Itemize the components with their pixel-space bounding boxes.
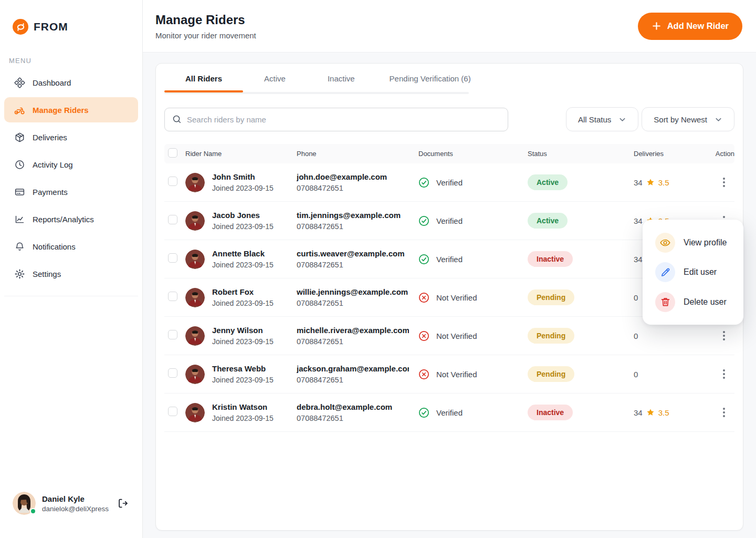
menu-item-edit-user[interactable]: Edit user	[643, 262, 743, 282]
tab-label: Pending Verification (6)	[390, 74, 471, 83]
rider-avatar	[185, 403, 205, 422]
logout-icon[interactable]	[116, 496, 130, 510]
deliveries-count: 0	[634, 332, 638, 340]
add-new-rider-label: Add New Rider	[667, 21, 729, 31]
sidebar-item-label: Activity Log	[33, 160, 73, 169]
rider-joined-date: Joined 2023-09-15	[212, 184, 274, 192]
sidebar-item-reports-analytics[interactable]: Reports/Analytics	[4, 206, 138, 232]
menu-item-label: Edit user	[684, 267, 717, 277]
tab-active[interactable]: Active	[243, 74, 307, 92]
rider-avatar	[185, 326, 205, 346]
column-header-action: Action	[712, 150, 736, 158]
sidebar-item-payments[interactable]: Payments	[4, 179, 138, 204]
row-checkbox[interactable]	[168, 215, 177, 224]
user-email: danielok@deliXpress	[42, 505, 110, 513]
plus-icon	[652, 21, 662, 31]
verified-check-icon	[418, 407, 429, 418]
column-header-phone: Phone	[297, 150, 418, 158]
row-checkbox[interactable]	[168, 177, 177, 186]
status-badge: Inactive	[528, 405, 573, 420]
sidebar-item-label: Payments	[33, 188, 68, 196]
table-header-row: Rider Name Phone Documents Status Delive…	[164, 144, 734, 163]
sidebar-item-deliveries[interactable]: Deliveries	[4, 125, 138, 150]
menu-item-view-profile[interactable]: View profile	[643, 233, 743, 253]
add-new-rider-button[interactable]: Add New Rider	[638, 13, 742, 40]
rider-joined-date: Joined 2023-09-15	[212, 222, 274, 231]
rider-avatar	[185, 288, 205, 307]
brand-name: FROM	[34, 20, 68, 33]
sort-value: Sort by Newest	[654, 115, 707, 124]
sort-dropdown[interactable]: Sort by Newest	[642, 107, 734, 131]
sidebar-divider	[4, 296, 138, 296]
rider-email: debra.holt@example.com	[297, 402, 409, 411]
rider-joined-date: Joined 2023-09-15	[212, 261, 274, 269]
rider-name: Robert Fox	[212, 287, 274, 296]
clock-icon	[14, 159, 25, 170]
rider-email: tim.jennings@example.com	[297, 211, 409, 220]
rating-value: 3.5	[658, 408, 669, 417]
sidebar-item-manage-riders[interactable]: Manage Riders	[4, 97, 138, 122]
dashboard-icon	[14, 77, 25, 88]
credit-card-icon	[14, 186, 25, 198]
status-filter-value: All Status	[578, 115, 611, 124]
search-input[interactable]	[187, 115, 500, 124]
row-checkbox[interactable]	[168, 253, 177, 263]
tabs: All Riders Active Inactive Pending Verif…	[156, 64, 743, 92]
tab-inactive[interactable]: Inactive	[307, 74, 376, 92]
star-icon	[646, 178, 655, 187]
rider-name: Jenny Wilson	[212, 326, 274, 335]
online-status-dot	[30, 508, 36, 514]
row-actions-button[interactable]	[720, 328, 728, 344]
row-checkbox[interactable]	[168, 292, 177, 301]
verified-check-icon	[418, 254, 429, 265]
tab-all-riders[interactable]: All Riders	[164, 74, 243, 92]
documents-status: Verified	[436, 408, 463, 417]
column-header-documents: Documents	[418, 150, 517, 158]
sidebar-item-settings[interactable]: Settings	[4, 261, 138, 286]
user-name: Daniel Kyle	[42, 494, 110, 503]
rider-email: curtis.weaver@example.com	[297, 249, 409, 258]
status-badge: Inactive	[528, 251, 573, 267]
chevron-down-icon	[618, 116, 626, 123]
sidebar-item-notifications[interactable]: Notifications	[4, 234, 138, 259]
sync-logo-icon	[13, 19, 28, 35]
status-filter-dropdown[interactable]: All Status	[566, 107, 638, 131]
rider-avatar	[185, 250, 205, 269]
sidebar-item-label: Reports/Analytics	[33, 215, 94, 224]
rider-email: michelle.rivera@example.com	[297, 326, 409, 335]
line-chart-icon	[14, 213, 25, 225]
row-checkbox[interactable]	[168, 407, 177, 416]
menu-item-delete-user[interactable]: Delete user	[643, 292, 743, 312]
status-badge: Pending	[528, 289, 574, 305]
table-row: Theresa Webb Joined 2023-09-15 jackson.g…	[164, 355, 734, 394]
deliveries-count: 34	[634, 178, 643, 187]
rider-email: john.doe@example.com	[297, 172, 409, 181]
row-checkbox[interactable]	[168, 330, 177, 339]
sidebar-item-dashboard[interactable]: Dashboard	[4, 70, 138, 95]
rider-avatar	[185, 211, 205, 231]
table-row: Kristin Watson Joined 2023-09-15 debra.h…	[164, 394, 734, 432]
row-checkbox[interactable]	[168, 368, 177, 378]
sidebar-item-label: Notifications	[33, 242, 76, 251]
search-box	[164, 108, 508, 131]
rider-name: Jacob Jones	[212, 211, 274, 220]
row-actions-button[interactable]	[720, 174, 728, 190]
status-badge: Active	[528, 174, 568, 190]
chevron-down-icon	[715, 116, 722, 123]
row-actions-button[interactable]	[720, 405, 728, 420]
rider-name: Annette Black	[212, 249, 274, 258]
eye-icon	[655, 233, 675, 253]
deliveries-count: 34	[634, 255, 643, 264]
sidebar-item-activity-log[interactable]: Activity Log	[4, 152, 138, 177]
select-all-checkbox[interactable]	[168, 148, 177, 158]
rider-phone: 07088472651	[297, 184, 409, 192]
deliveries-count: 34	[634, 408, 643, 417]
star-icon	[646, 408, 655, 417]
row-actions-button[interactable]	[720, 366, 728, 382]
not-verified-x-icon	[418, 330, 429, 342]
rider-joined-date: Joined 2023-09-15	[212, 414, 274, 422]
rating-value: 3.5	[658, 178, 669, 187]
rider-joined-date: Joined 2023-09-15	[212, 299, 274, 307]
sidebar: FROM MENU Dashboard Manage Riders	[0, 0, 143, 538]
tab-pending-verification[interactable]: Pending Verification (6)	[376, 74, 485, 92]
